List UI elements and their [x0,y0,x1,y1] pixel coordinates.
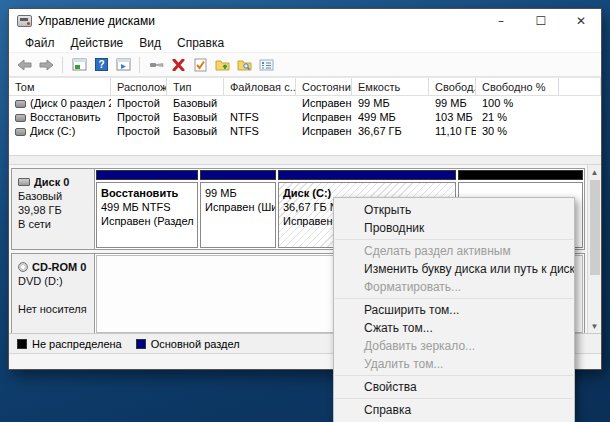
menubar: Файл Действие Вид Справка [9,33,601,53]
pane-splitter[interactable] [9,155,601,165]
primary-partition-swatch [136,339,146,349]
svg-text:?: ? [98,59,104,70]
partition-band [458,170,583,180]
close-button[interactable]: ✕ [561,9,601,33]
volume-list: Том Располож... Тип Файловая с... Состоя… [9,77,601,155]
maximize-button[interactable]: ☐ [521,9,561,33]
disk-icon [18,178,30,186]
partition-band [200,170,276,180]
menu-separator [335,375,573,376]
col-free-pct[interactable]: Свободно % [476,78,559,95]
menu-item-change-letter[interactable]: Изменить букву диска или путь к диску... [334,260,574,278]
toolbar: ? [9,53,601,77]
vertical-scrollbar[interactable]: ▲ ▼ [587,165,601,333]
cdrom-icon [18,262,28,272]
toolbar-separator [62,57,63,73]
table-row[interactable]: Восстановить Простой Базовый NTFS Исправ… [9,110,601,124]
titlebar[interactable]: Управление дисками – ☐ ✕ [9,9,601,33]
context-menu: Открыть Проводник Сделать раздел активны… [333,197,575,422]
desktop: Управление дисками – ☐ ✕ Файл Действие В… [0,0,610,422]
partition-efi[interactable]: 99 МБ Исправен (Ши [200,170,276,248]
cdrom-drive: DVD (D:) [18,274,90,288]
table-row[interactable]: Диск (C:) Простой Базовый NTFS Исправен.… [9,124,601,138]
col-free[interactable]: Свобод... [429,78,476,95]
menu-separator [335,398,573,399]
menu-file[interactable]: Файл [17,34,63,52]
col-layout[interactable]: Располож... [111,78,167,95]
volume-icon [15,128,26,136]
menu-item-delete-volume: Удалить том... [334,355,574,373]
col-filesystem[interactable]: Файловая с... [224,78,296,95]
legend-primary-partition: Основной раздел [136,338,240,350]
partition-recovery[interactable]: Восстановить 499 МБ NTFS Исправен (Разде… [96,170,198,248]
menu-view[interactable]: Вид [131,34,169,52]
menu-action[interactable]: Действие [63,34,132,52]
menu-item-add-mirror: Добавить зеркало... [334,337,574,355]
scrollbar-thumb[interactable] [590,180,600,275]
scroll-down-icon[interactable]: ▼ [588,319,601,333]
delete-icon[interactable] [169,57,187,73]
app-icon [17,15,32,27]
disk0-status: В сети [18,217,90,231]
window-title: Управление дисками [38,14,155,28]
disk0-size: 39,98 ГБ [18,203,90,217]
remote-tool-icon[interactable] [147,57,165,73]
disk0-type: Базовый [18,189,90,203]
col-empty [559,78,601,95]
col-volume[interactable]: Том [9,78,111,95]
menu-item-open[interactable]: Открыть [334,201,574,219]
volume-icon [15,100,26,108]
disk0-label[interactable]: Диск 0 Базовый 39,98 ГБ В сети [12,169,95,249]
menu-item-properties[interactable]: Свойства [334,378,574,396]
table-row[interactable]: (Диск 0 раздел 2) Простой Базовый Исправ… [9,96,601,110]
partition-band [96,170,198,180]
toolbar-separator [139,57,140,73]
menu-separator [335,298,573,299]
col-status[interactable]: Состояние [296,78,352,95]
check-document-icon[interactable] [191,57,209,73]
menu-separator [335,239,573,240]
menu-item-mark-active: Сделать раздел активным [334,242,574,260]
forward-icon[interactable] [37,57,55,73]
menu-item-help[interactable]: Справка [334,401,574,419]
menu-item-explorer[interactable]: Проводник [334,219,574,237]
folder-import-icon[interactable] [213,57,231,73]
legend-unallocated: Не распределена [17,338,122,350]
volume-icon [15,114,26,122]
menu-item-extend-volume[interactable]: Расширить том... [334,301,574,319]
col-capacity[interactable]: Емкость [352,78,429,95]
col-type[interactable]: Тип [167,78,224,95]
menu-help[interactable]: Справка [169,34,232,52]
cdrom-status: Нет носителя [18,302,90,316]
folder-search-icon[interactable] [235,57,253,73]
menu-item-shrink-volume[interactable]: Сжать том... [334,319,574,337]
details-view-icon[interactable] [257,57,275,73]
minimize-button[interactable]: – [481,9,521,33]
unallocated-swatch [17,339,27,349]
scroll-up-icon[interactable]: ▲ [588,165,601,179]
menu-item-format: Форматировать... [334,278,574,296]
console-window-icon[interactable] [70,57,88,73]
partition-band [278,170,456,180]
cdrom-label[interactable]: CD-ROM 0 DVD (D:) Нет носителя [12,254,95,333]
help-icon[interactable]: ? [92,57,110,73]
back-icon[interactable] [15,57,33,73]
console-media-icon[interactable] [114,57,132,73]
volume-list-header: Том Располож... Тип Файловая с... Состоя… [9,77,601,96]
